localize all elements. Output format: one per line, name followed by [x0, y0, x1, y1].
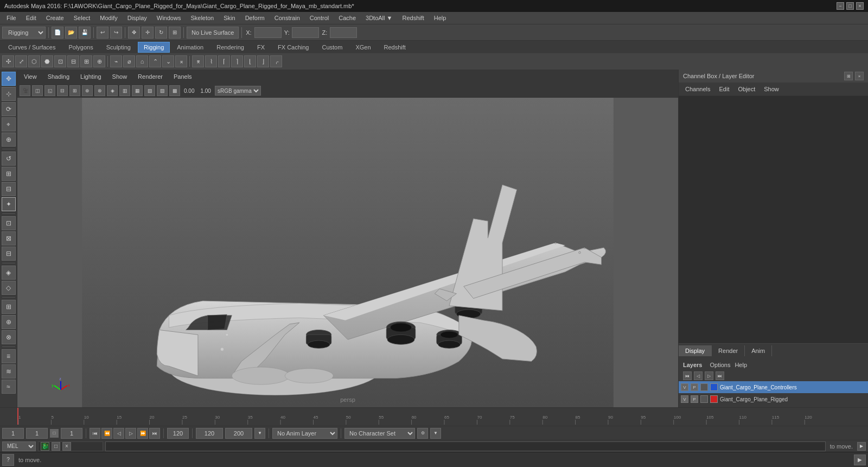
new-scene-btn[interactable]: 📄	[52, 27, 63, 39]
vp-menu-shading[interactable]: Shading	[46, 72, 72, 81]
save-btn[interactable]: 💾	[79, 27, 91, 39]
render-btn-left[interactable]: ◈	[2, 266, 16, 280]
tab-fx-caching[interactable]: FX Caching	[272, 42, 315, 53]
snap-tool-3[interactable]: ⊟	[2, 247, 16, 261]
vpt-btn3[interactable]: ◱	[44, 85, 55, 96]
vpt-btn6[interactable]: ⊕	[82, 85, 93, 96]
vpt-btn5[interactable]: ⊞	[69, 85, 80, 96]
layer-p-btn-2[interactable]: P	[691, 395, 698, 403]
gamma-dropdown[interactable]: sRGB gamma	[215, 86, 261, 96]
menu-file[interactable]: File	[2, 14, 21, 22]
move-tool-btn[interactable]: ✛	[142, 27, 154, 39]
menu-skin[interactable]: Skin	[219, 14, 239, 22]
tool-icon-8[interactable]: ⊕	[93, 55, 105, 67]
vp-menu-renderer[interactable]: Renderer	[136, 72, 165, 81]
menu-redshift[interactable]: Redshift	[398, 14, 428, 22]
cb-show-menu[interactable]: Show	[762, 85, 781, 93]
vpt-btn8[interactable]: ◈	[107, 85, 118, 96]
snap-tool-2[interactable]: ⊠	[2, 231, 16, 245]
rotate-tool-left[interactable]: ↺	[2, 152, 16, 166]
layer-v-btn-2[interactable]: V	[681, 395, 688, 403]
vp-menu-view[interactable]: View	[22, 72, 39, 81]
help-icon[interactable]: ?	[2, 454, 14, 466]
play-fwd-btn[interactable]: ▷	[125, 428, 136, 439]
status-icon-2[interactable]: □	[52, 442, 60, 451]
scale-tool-btn[interactable]: ⊞	[169, 27, 181, 39]
layers-options-menu[interactable]: Options	[707, 361, 732, 369]
current-frame-input[interactable]	[26, 428, 48, 439]
tool-icon-5[interactable]: ⊡	[54, 55, 66, 67]
tool-icon-7[interactable]: ⊞	[80, 55, 92, 67]
lasso-tool-left[interactable]: ⟳	[2, 102, 16, 116]
mel-type-select[interactable]: MEL Python	[2, 441, 36, 451]
status-icon-1[interactable]: 🐉	[41, 442, 49, 451]
step-fwd-btn[interactable]: ⏩	[137, 428, 148, 439]
vpt-light-btn[interactable]: ▨	[157, 85, 168, 96]
vp-menu-show[interactable]: Show	[110, 72, 130, 81]
snap-grid-left[interactable]: ⊕	[2, 315, 16, 329]
dt-render-tab[interactable]: Render	[712, 345, 745, 356]
max-frame-2-input[interactable]	[225, 428, 252, 439]
tool-icon-21[interactable]: ⌌	[270, 55, 282, 67]
rotate-tool-btn[interactable]: ↻	[155, 27, 167, 39]
tool-icon-6[interactable]: ⊟	[67, 55, 79, 67]
char-set-dropdown[interactable]: No Character Set	[344, 428, 415, 439]
tool-icon-9[interactable]: ⌁	[110, 55, 122, 67]
layers-skip-fwd[interactable]: ⏭	[716, 371, 724, 380]
right-panel-close-btn[interactable]: ×	[855, 72, 864, 80]
tab-sculpting[interactable]: Sculpting	[100, 42, 137, 53]
vpt-shadow-btn[interactable]: ▩	[169, 85, 180, 96]
menu-help[interactable]: Help	[430, 14, 451, 22]
tool-icon-4[interactable]: ⬣	[41, 55, 53, 67]
tab-curves-surfaces[interactable]: Curves / Surfaces	[2, 42, 61, 53]
tab-rigging[interactable]: Rigging	[138, 42, 170, 53]
vpt-wireframe-btn[interactable]: ▥	[119, 85, 130, 96]
keyframe-input[interactable]	[61, 428, 82, 439]
tab-fx[interactable]: FX	[251, 42, 271, 53]
dt-anim-tab[interactable]: Anim	[745, 345, 772, 356]
step-back-btn[interactable]: ⏪	[101, 428, 112, 439]
max-frame-arrow[interactable]: ▼	[254, 428, 265, 439]
snap-tool-1[interactable]: ⊡	[2, 216, 16, 230]
tab-animation[interactable]: Animation	[171, 42, 209, 53]
tool-icon-3[interactable]: ⬡	[28, 55, 40, 67]
scale-tool-left[interactable]: ⊞	[2, 167, 16, 181]
z-input[interactable]	[330, 27, 357, 38]
tool-icon-18[interactable]: ⌉	[231, 55, 243, 67]
select-tool-btn[interactable]: ✥	[128, 27, 140, 39]
skip-to-start-btn[interactable]: ⏮	[90, 428, 100, 439]
play-back-btn[interactable]: ◁	[113, 428, 124, 439]
tool-icon-16[interactable]: ⌇	[205, 55, 217, 67]
tool-icon-11[interactable]: ⌂	[136, 55, 148, 67]
tab-xgen[interactable]: XGen	[349, 42, 376, 53]
cb-object-menu[interactable]: Object	[736, 85, 757, 93]
viewport-canvas[interactable]: persp x y z	[17, 98, 678, 407]
maximize-button[interactable]: □	[846, 2, 854, 10]
skip-to-end-btn[interactable]: ⏭	[149, 428, 160, 439]
status-right-btn[interactable]: ▶	[854, 455, 866, 465]
layer-type-btn-1[interactable]	[700, 383, 708, 391]
menu-display[interactable]: Display	[123, 14, 151, 22]
vpt-btn4[interactable]: ⊟	[57, 85, 68, 96]
timeline[interactable]: 1 5 10 15 20 25 30	[0, 407, 868, 426]
world-btn-left[interactable]: ⊗	[2, 330, 16, 344]
cb-channels-menu[interactable]: Channels	[683, 85, 712, 93]
vpt-cam-btn[interactable]: 🎥	[20, 85, 30, 96]
misc-btn-1[interactable]: ≡	[2, 349, 16, 363]
layers-help-menu[interactable]: Help	[732, 361, 749, 369]
layer-row-controllers[interactable]: V P Giant_Cargo_Plane_Controllers	[679, 381, 868, 393]
open-btn[interactable]: 📂	[65, 27, 77, 39]
char-set-options-btn[interactable]: ⚙	[417, 428, 428, 439]
menu-create[interactable]: Create	[42, 14, 68, 22]
anim-layer-dropdown[interactable]: No Anim Layer	[272, 428, 337, 439]
close-button[interactable]: ×	[856, 2, 864, 10]
layer-p-btn-1[interactable]: P	[691, 383, 698, 391]
layers-next[interactable]: ▷	[705, 371, 713, 380]
mode-dropdown[interactable]: Rigging	[2, 27, 46, 39]
max-frame-input[interactable]	[196, 428, 223, 439]
frame-color-btn[interactable]: □	[50, 429, 59, 438]
tool-icon-2[interactable]: ⤢	[15, 55, 27, 67]
redo-btn[interactable]: ↪	[110, 27, 122, 39]
vp-menu-lighting[interactable]: Lighting	[78, 72, 104, 81]
menu-edit[interactable]: Edit	[22, 14, 41, 22]
